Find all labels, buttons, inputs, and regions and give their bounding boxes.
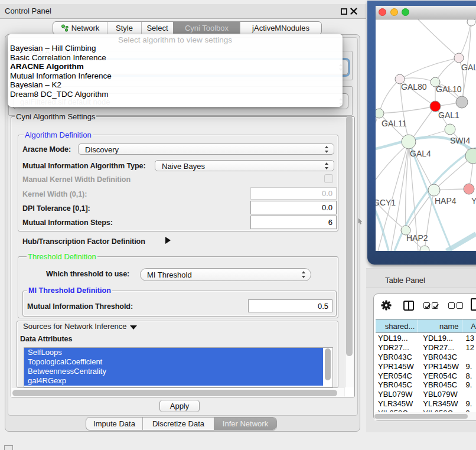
tab-style[interactable]: Style bbox=[107, 22, 141, 34]
attribute-item[interactable]: gal4RGexp bbox=[24, 376, 323, 386]
deselect-all-icon-2[interactable] bbox=[457, 302, 463, 309]
attribute-item[interactable]: TopologicalCoefficient bbox=[24, 357, 323, 367]
tab-infer-network[interactable]: Infer Network bbox=[214, 418, 276, 430]
network-edge bbox=[376, 143, 409, 192]
tab-impute-data[interactable]: Impute Data bbox=[86, 418, 142, 430]
table-row[interactable]: YPR145WYPR145W9. bbox=[376, 361, 476, 371]
table-horizontal-scroll-thumb[interactable] bbox=[374, 414, 468, 419]
minimize-traffic-light[interactable] bbox=[390, 8, 398, 16]
algorithm-option[interactable]: Dream8 DC_TDC Algorithm bbox=[8, 90, 343, 99]
zoom-traffic-light[interactable] bbox=[402, 8, 409, 16]
algorithm-option[interactable]: ARACNE Algorithm bbox=[8, 62, 343, 71]
settings-vertical-scroll-thumb[interactable] bbox=[346, 116, 353, 356]
network-node-n6[interactable] bbox=[376, 109, 384, 118]
split-columns-icon[interactable] bbox=[403, 301, 414, 311]
mi-threshold-label: Mutual Information Threshold: bbox=[27, 302, 133, 311]
which-threshold-combo[interactable]: MI Threshold bbox=[140, 268, 311, 281]
table-row[interactable]: YLR345WYLR345W9. bbox=[376, 399, 476, 409]
network-node-n5[interactable] bbox=[456, 96, 468, 108]
dpi-tolerance-label: DPI Tolerance [0,1]: bbox=[22, 204, 90, 213]
table-cell: YBR043C bbox=[376, 353, 418, 362]
table-cell: 8. bbox=[462, 371, 476, 380]
dpi-tolerance-input[interactable]: 0.0 bbox=[250, 201, 337, 214]
table-cell: 9. bbox=[462, 399, 476, 409]
data-attributes-list[interactable]: SelfLoopsTopologicalCoefficientBetweenne… bbox=[24, 347, 333, 387]
node-label-gal4: GAL4 bbox=[410, 149, 431, 158]
popup-placeholder: Select algorithm to view settings bbox=[8, 34, 343, 44]
attribute-item[interactable]: SelfLoops bbox=[24, 348, 323, 357]
network-edge-highlighted bbox=[446, 234, 476, 251]
table-cell: YBL079W bbox=[418, 390, 462, 399]
network-edge bbox=[379, 106, 435, 113]
node-label-gal1: GAL1 bbox=[438, 110, 459, 120]
column-header-A[interactable]: A bbox=[462, 319, 476, 332]
kernel-width-input[interactable]: 0.0 bbox=[250, 187, 337, 200]
settings-horizontal-scroll-thumb[interactable] bbox=[12, 390, 337, 396]
apply-button[interactable]: Apply bbox=[159, 400, 200, 412]
deselect-all-icon-1[interactable] bbox=[448, 302, 455, 309]
table-row[interactable]: YDR27...YDR27...12 bbox=[376, 343, 476, 353]
table-cell: YER054C bbox=[376, 371, 418, 380]
network-node-n15[interactable] bbox=[445, 124, 455, 135]
algorithm-dropdown-popup: Select algorithm to view settings Bayesi… bbox=[8, 34, 343, 107]
table-cell: YBR045C bbox=[418, 380, 462, 390]
network-node-n9[interactable] bbox=[428, 184, 440, 196]
window-corner-icon bbox=[4, 445, 13, 450]
table-row[interactable]: YIL052CYIL052C9. bbox=[376, 408, 476, 412]
table-panel-titlebar: Table Panel bbox=[366, 268, 476, 288]
tab-cyni-toolbox[interactable]: Cyni Toolbox bbox=[173, 22, 240, 34]
document-icon[interactable] bbox=[471, 298, 476, 311]
table-cell: 9. bbox=[462, 380, 476, 390]
network-canvas[interactable]: GALGAL80GAL10GAL1GAL11SWI4GAL4HAP4YGCY1H… bbox=[376, 19, 476, 251]
network-node-n7[interactable] bbox=[402, 135, 416, 149]
mi-steps-label: Mutual Information Steps: bbox=[22, 219, 113, 227]
table-cell bbox=[462, 353, 476, 362]
node-label-y: Y bbox=[471, 196, 476, 206]
tab-label: Style bbox=[116, 24, 133, 32]
manual-kernel-width-checkbox[interactable] bbox=[324, 174, 333, 183]
column-header-name[interactable]: name bbox=[418, 319, 462, 332]
mi-steps-input[interactable]: 6 bbox=[250, 216, 337, 229]
close-icon[interactable] bbox=[350, 8, 357, 15]
aracne-mode-combo[interactable]: Discovery bbox=[78, 144, 334, 155]
hub-expand-icon[interactable] bbox=[165, 237, 171, 244]
network-node-n13[interactable] bbox=[420, 246, 429, 251]
scrollbar-corner bbox=[345, 387, 354, 397]
table-body: YDL19...YDL19...13YDR27...YDR27...12YBR0… bbox=[376, 334, 476, 412]
tab-select[interactable]: Select bbox=[141, 22, 173, 34]
mi-algorithm-type-combo[interactable]: Naive Bayes bbox=[155, 160, 334, 171]
network-node-n10[interactable] bbox=[464, 184, 474, 194]
table-row[interactable]: YBR045CYBR045C9. bbox=[376, 380, 476, 390]
mi-algorithm-type-label: Mutual Information Algorithm Type: bbox=[22, 162, 146, 170]
table-cell: YDL19... bbox=[418, 334, 462, 343]
select-all-icon-2[interactable] bbox=[432, 302, 438, 309]
sources-title: Sources for Network Inference bbox=[22, 322, 138, 331]
network-node-n14[interactable] bbox=[467, 19, 475, 26]
attribute-item[interactable]: BetweennessCentrality bbox=[24, 367, 323, 376]
attributes-list-scroll-thumb[interactable] bbox=[325, 348, 331, 380]
algorithm-option[interactable]: Bayesian – Hill Climbing bbox=[8, 44, 343, 53]
network-edge bbox=[400, 78, 435, 82]
network-node-n1[interactable] bbox=[454, 53, 464, 63]
algorithm-option[interactable]: Basic Correlation Inference bbox=[8, 53, 343, 63]
kernel-width-label: Kernel Width (0,1): bbox=[22, 190, 87, 198]
column-header-shared[interactable]: shared... bbox=[376, 319, 418, 332]
table-row[interactable]: YER054CYER054C8. bbox=[376, 371, 476, 380]
algorithm-option[interactable]: Mutual Information Inference bbox=[8, 71, 343, 81]
tab-discretize-data[interactable]: Discretize Data bbox=[142, 418, 214, 430]
mi-threshold-input[interactable]: 0.5 bbox=[248, 299, 332, 312]
threshold-definition-title: Threshold Definition bbox=[27, 252, 97, 261]
tab-network[interactable]: Network bbox=[53, 22, 107, 34]
table-row[interactable]: YBR043CYBR043C bbox=[376, 353, 476, 362]
algorithm-option[interactable]: Bayesian – K2 bbox=[8, 80, 343, 90]
network-edge bbox=[376, 113, 379, 192]
node-label-gal80: GAL80 bbox=[401, 82, 427, 92]
float-window-button[interactable] bbox=[341, 8, 347, 15]
table-row[interactable]: YBL079WYBL079W bbox=[376, 390, 476, 399]
close-traffic-light[interactable] bbox=[379, 8, 386, 16]
gear-icon[interactable] bbox=[381, 300, 392, 311]
table-row[interactable]: YDL19...YDL19...13 bbox=[376, 334, 476, 343]
node-label-hap2: HAP2 bbox=[406, 233, 428, 243]
select-all-icon-1[interactable] bbox=[423, 302, 430, 309]
tab-jactivemnodules[interactable]: jActiveMNodules bbox=[240, 22, 321, 34]
